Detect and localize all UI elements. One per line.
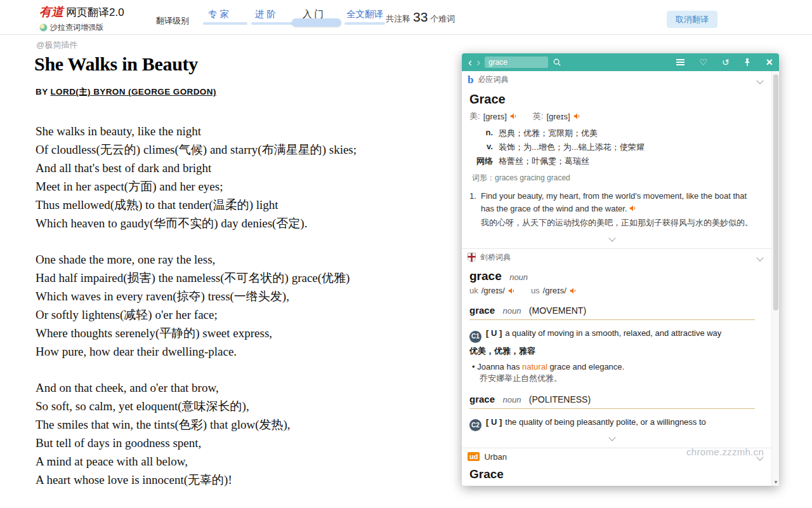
tab-full-translation-track[interactable] [344, 22, 385, 25]
cancel-translation-button[interactable]: 取消翻译 [667, 11, 717, 28]
close-icon[interactable]: × [766, 57, 773, 68]
headword: Grace [469, 92, 755, 107]
forward-icon[interactable]: › [476, 57, 480, 68]
speaker-icon[interactable] [629, 204, 637, 212]
scrollbar[interactable]: ▼ [771, 71, 779, 486]
word-forms: 词形：graces gracing graced [472, 173, 755, 184]
example-sentence: • Joanna has natural grace and elegance. [469, 362, 755, 371]
tab-expert-track[interactable] [203, 22, 247, 25]
cefr-level-badge: C2 [469, 419, 481, 431]
youdao-brand: 有道 网页翻译2.0 沙拉查词增强版 [39, 4, 124, 33]
pronunciation-row: uk /ɡreɪs/ us /ɡreɪs/ [469, 286, 755, 295]
sense-topic: (POLITENESS) [529, 394, 591, 404]
back-icon[interactable]: ‹ [468, 57, 472, 68]
product-title: 网页翻译2.0 [66, 5, 124, 20]
scroll-down-arrow-icon[interactable]: ▼ [772, 479, 779, 485]
sala-dict-icon [39, 23, 48, 32]
headword: Grace [469, 467, 755, 481]
sense-headword: grace [469, 305, 495, 316]
example-zh: 我的心呀，从天下的运动找你的美吧，正如那划子获得风与水的美妙似的。 [481, 217, 755, 229]
sense-heading: grace noun (MOVEMENT) [469, 305, 755, 316]
bing-dict-section-header[interactable]: b 必应词典 [462, 71, 771, 88]
dictionary-popup: ‹ › ♡ ↺ × b 必应词典 Grace 美: [greɪs] [462, 53, 779, 486]
page-title: She Walks in Beauty [34, 53, 198, 75]
example-zh: 乔安娜举止自然优雅。 [469, 373, 755, 384]
tab-full-translation[interactable]: 全文翻译 [346, 8, 383, 20]
chevron-down-icon[interactable] [756, 77, 763, 84]
cambridge-dict-section-header[interactable]: 剑桥词典 [462, 248, 771, 265]
dictionary-body: b 必应词典 Grace 美: [greɪs] 英: [greɪs] n. 恩典… [462, 71, 779, 486]
search-icon[interactable] [553, 58, 561, 67]
history-icon[interactable]: ↺ [722, 58, 730, 67]
definition-row: n. 恩典；优雅；宽限期；优美 [469, 128, 755, 139]
example-number: 1. [469, 190, 481, 229]
poem-line: A heart whose love is innocent(无辜的)! [36, 471, 442, 489]
speaker-icon[interactable] [573, 112, 581, 120]
definition-text: a quality of moving in a smooth, relaxed… [505, 328, 721, 338]
poem-line: The smiles that win, the tints(色彩) that … [36, 415, 442, 434]
tab-advanced[interactable]: 进 阶 [255, 8, 276, 20]
definition-zh: 优美，优雅，雅容 [469, 345, 755, 357]
poem-body: She walks in beauty, like the night Of c… [36, 122, 442, 507]
cambridge-dict-label: 剑桥词典 [480, 252, 511, 263]
level-slider-handle[interactable] [292, 18, 341, 27]
cefr-level-badge: C1 [469, 331, 481, 343]
headword-row: grace noun [469, 269, 755, 283]
dictionary-header: ‹ › ♡ ↺ × [462, 53, 779, 71]
scrollbar-thumb[interactable] [773, 74, 778, 311]
pron-uk: [greɪs] [546, 112, 570, 121]
example-highlight: natural [522, 362, 547, 371]
expand-chevron-down-icon[interactable] [608, 235, 615, 242]
stanza-1: She walks in beauty, like the night Of c… [36, 122, 442, 232]
pronunciation-row: 美: [greɪs] 英: [greɪs] [469, 110, 755, 122]
sense-definition: C1[ U ]a quality of moving in a smooth, … [469, 327, 755, 343]
definition-row: 网络 格蕾丝；叶佩雯；葛瑞丝 [469, 156, 755, 167]
stanza-3: And on that cheek, and o'er that brow, S… [36, 378, 442, 489]
example-en: Find your beauty, my heart, from the wor… [481, 191, 747, 213]
author-link[interactable]: LORD(主) BYRON (GEORGE GORDON) [50, 87, 216, 97]
byline-prefix: BY [36, 87, 48, 97]
poem-line: Where thoughts serenely(平静的) sweet expre… [36, 324, 442, 342]
favorite-heart-icon[interactable]: ♡ [699, 58, 707, 67]
tab-expert[interactable]: 专 家 [208, 8, 229, 20]
tab-advanced-track[interactable] [251, 22, 296, 25]
chevron-down-icon[interactable] [756, 255, 763, 262]
sense-pos: noun [502, 395, 521, 404]
sense-topic: (MOVEMENT) [529, 305, 586, 316]
example-post: grace and elegance. [547, 362, 624, 371]
definition-text: the quality of being pleasantly polite, … [505, 417, 706, 427]
urban-dict-label: Urban [484, 452, 506, 462]
pron-uk: /ɡreɪs/ [481, 286, 505, 295]
grammar-label: [ U ] [486, 417, 502, 427]
speaker-icon[interactable] [508, 287, 516, 295]
bing-dict-label: 必应词典 [478, 74, 508, 85]
pin-icon[interactable] [743, 58, 751, 67]
poem-line: Which heaven to gaudy(华而不实的) day denies(… [36, 214, 442, 232]
sense-headword: grace [469, 394, 495, 404]
brand-subtitle-row: 沙拉查词增强版 [39, 22, 124, 33]
dict-search-input[interactable] [485, 57, 548, 68]
expand-chevron-down-icon[interactable] [608, 434, 615, 441]
stats-prefix: 共注释 [386, 13, 410, 25]
speaker-icon[interactable] [570, 287, 577, 295]
example-pre: Joanna has [477, 362, 522, 371]
site-watermark: chrome.zzzmh.cn [686, 446, 764, 457]
plugin-watermark: @极简插件 [36, 39, 77, 51]
pos-label: n. [469, 128, 499, 139]
sense-definition: C2[ U ]the quality of being pleasantly p… [469, 416, 755, 432]
poem-line: But tell of days in goodness spent, [36, 434, 442, 452]
urban-dict-logo-icon: ud [468, 452, 480, 461]
pron-us-label: 美: [469, 110, 480, 122]
sense-divider [469, 408, 755, 409]
sense-heading: grace noun (POLITENESS) [469, 394, 755, 405]
urban-dict-content: Grace [462, 467, 771, 485]
menu-icon[interactable] [676, 59, 684, 65]
pron-us-label: us [531, 286, 540, 295]
cambridge-shield-icon [468, 253, 476, 262]
youdao-logo: 有道 [39, 4, 63, 20]
speaker-icon[interactable] [510, 112, 518, 120]
poem-line: Of cloudless(无云的) climes(气候) and starry(… [36, 140, 442, 159]
annotation-stats: 共注释 33 个难词 [386, 10, 455, 25]
poem-line: Or softly lightens(减轻) o'er her face; [36, 305, 442, 324]
definition-text: 恩典；优雅；宽限期；优美 [499, 128, 598, 139]
